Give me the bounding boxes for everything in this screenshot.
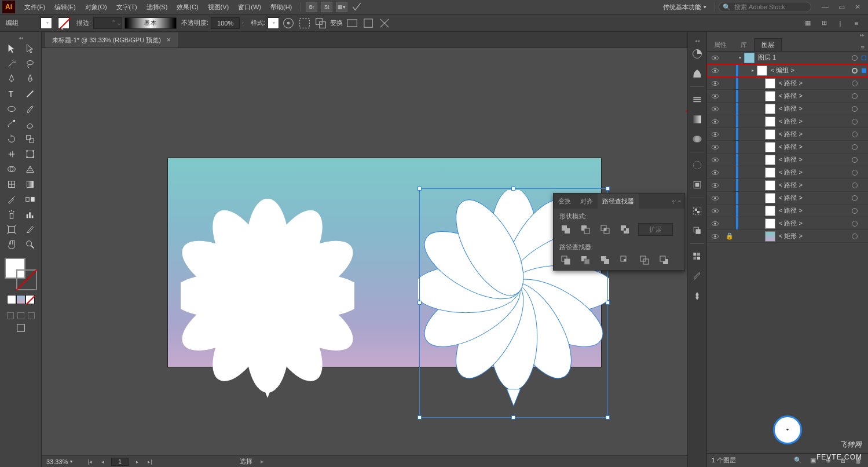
blend-tool[interactable]: [21, 192, 39, 207]
mesh-tool[interactable]: [2, 177, 21, 192]
width-tool[interactable]: [2, 147, 21, 162]
tab-align[interactable]: 对齐: [576, 194, 598, 209]
artboard-number[interactable]: 1: [111, 458, 129, 466]
layer-row-path[interactable]: < 路径 >: [707, 77, 868, 90]
toolbox-collapse-icon[interactable]: ◂◂: [0, 34, 41, 41]
layers-panel-menu-icon[interactable]: ≡: [858, 44, 868, 51]
menu-file[interactable]: 文件(F): [20, 0, 50, 14]
layer-row-path[interactable]: < 路径 >: [707, 179, 868, 192]
gradient-tool[interactable]: [21, 177, 39, 192]
curvature-tool[interactable]: [21, 71, 39, 86]
edit-contents-icon[interactable]: [378, 17, 391, 29]
ctrl-right-icon-3[interactable]: |: [834, 17, 846, 29]
merge-icon[interactable]: [599, 254, 611, 267]
layer-row-path[interactable]: < 路径 >: [707, 128, 868, 141]
draw-mode-behind[interactable]: [17, 312, 24, 319]
minus-front-icon[interactable]: [579, 223, 592, 236]
create-layer-icon[interactable]: 🗎: [838, 455, 848, 466]
tab-layers[interactable]: 图层: [754, 38, 782, 51]
color-panel-icon[interactable]: [690, 47, 704, 61]
nav-last-icon[interactable]: ▸|: [146, 458, 154, 466]
recolor-icon[interactable]: [281, 17, 295, 29]
panel-collapse-icon[interactable]: ›|‹: [672, 199, 676, 204]
free-transform-tool[interactable]: [21, 147, 39, 162]
document-tab[interactable]: 未标题-1* @ 33.33% (RGB/GPU 预览) ×: [45, 32, 178, 48]
gradient-panel-icon[interactable]: [690, 112, 704, 126]
create-sublayer-icon[interactable]: ⊕: [823, 455, 833, 466]
ctrl-right-icon-2[interactable]: ⊞: [818, 17, 830, 29]
layer-row-path[interactable]: < 路径 >: [707, 192, 868, 205]
brushes-panel-icon[interactable]: [690, 269, 704, 283]
layer-row-path[interactable]: < 路径 >: [707, 166, 868, 179]
menu-type[interactable]: 文字(T): [112, 0, 142, 14]
tab-properties[interactable]: 属性: [707, 39, 734, 51]
right-panel-collapse-icon[interactable]: ▸▸: [707, 32, 868, 38]
menu-view[interactable]: 视图(V): [203, 0, 234, 14]
artboard-tool[interactable]: [2, 222, 21, 237]
layer-row-path[interactable]: < 路径 >: [707, 217, 868, 230]
fill-stroke-indicator[interactable]: [2, 256, 39, 293]
appearance-panel-icon[interactable]: [690, 158, 704, 172]
scale-tool[interactable]: [21, 132, 39, 147]
lasso-tool[interactable]: [21, 56, 39, 71]
envelope-icon[interactable]: [345, 17, 359, 29]
color-mode-solid[interactable]: [7, 295, 16, 304]
menu-edit[interactable]: 编辑(E): [50, 0, 80, 14]
color-guide-panel-icon[interactable]: [690, 67, 704, 81]
layer-row-path[interactable]: < 路径 >: [707, 205, 868, 217]
stroke-panel-icon[interactable]: [690, 93, 704, 107]
layer-row-path[interactable]: < 路径 >: [707, 103, 868, 115]
pen-tool[interactable]: [2, 71, 21, 86]
screen-mode-tool[interactable]: [16, 323, 26, 334]
visibility-toggle[interactable]: [707, 67, 723, 75]
disclosure-icon[interactable]: ▾: [736, 55, 744, 60]
dock-expand-icon[interactable]: ◂◂: [688, 38, 706, 43]
draw-mode-normal[interactable]: [7, 312, 14, 319]
transform-panel-icon[interactable]: [690, 224, 704, 238]
draw-mode-inside[interactable]: [28, 312, 35, 319]
unite-icon[interactable]: [559, 223, 572, 236]
gpu-button[interactable]: [351, 2, 362, 12]
layer-row-path[interactable]: < 路径 >: [707, 141, 868, 154]
menu-select[interactable]: 选择(S): [142, 0, 173, 14]
workspace-switcher[interactable]: 传统基本功能: [658, 3, 711, 12]
crop-icon[interactable]: [618, 254, 631, 267]
eyedropper-tool[interactable]: [2, 192, 21, 207]
menu-window[interactable]: 窗口(W): [233, 0, 266, 14]
lock-icon[interactable]: 🔒: [723, 232, 736, 240]
fill-swatch[interactable]: [41, 17, 52, 29]
layers-list[interactable]: ▾ 图层 1 ▸ < 编组 > < 路径 > < 路径 > < 路径 > < 路…: [707, 52, 868, 407]
transform-label[interactable]: 变换: [330, 19, 343, 27]
nav-first-icon[interactable]: |◂: [86, 458, 94, 466]
panel-menu-icon[interactable]: ≡: [678, 199, 681, 204]
visibility-toggle[interactable]: [707, 54, 723, 62]
ctrl-right-icon-1[interactable]: ▦: [802, 17, 814, 29]
eraser-tool[interactable]: [21, 116, 39, 132]
hand-tool[interactable]: [2, 237, 21, 252]
zoom-tool[interactable]: [21, 237, 39, 252]
type-tool[interactable]: T: [2, 86, 21, 101]
tab-library[interactable]: 库: [734, 39, 754, 51]
symbols-panel-icon[interactable]: [690, 289, 704, 303]
canvas[interactable]: 变换 对齐 路径查找器 ›|‹≡ 形状模式: 扩展 路径: [42, 48, 687, 455]
line-segment-tool[interactable]: [21, 86, 39, 101]
stroke-weight-input[interactable]: ⌃⌄: [93, 17, 122, 29]
isolate-icon[interactable]: [361, 17, 375, 29]
exclude-icon[interactable]: [618, 223, 631, 236]
window-close-icon[interactable]: ✕: [849, 0, 866, 14]
align-panel-icon[interactable]: [690, 204, 704, 218]
nav-next-icon[interactable]: ▸: [133, 458, 141, 466]
intersect-icon[interactable]: [599, 223, 611, 236]
swatches-panel-icon[interactable]: [690, 250, 704, 264]
layer-name[interactable]: 图层 1: [758, 53, 849, 62]
menu-effect[interactable]: 效果(C): [172, 0, 203, 14]
shaper-tool[interactable]: [2, 116, 21, 132]
zoom-level[interactable]: 33.33%: [46, 458, 81, 465]
layer-row-layer1[interactable]: ▾ 图层 1: [707, 52, 868, 64]
ctrl-menu-icon[interactable]: ≡: [851, 17, 862, 29]
align-icon[interactable]: [298, 17, 312, 29]
layer-row-path[interactable]: < 路径 >: [707, 154, 868, 166]
trim-icon[interactable]: [579, 254, 592, 267]
perspective-grid-tool[interactable]: [21, 162, 39, 177]
magic-wand-tool[interactable]: [2, 56, 21, 71]
